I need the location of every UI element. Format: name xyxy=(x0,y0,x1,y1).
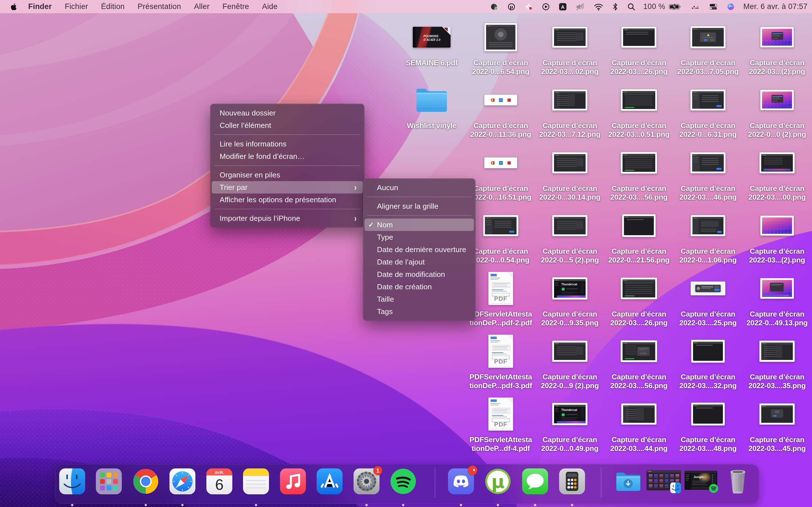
dock-utorrent[interactable]: µ xyxy=(485,468,511,496)
battery-monitor-status-icon[interactable] xyxy=(490,0,499,13)
menu-item-taille[interactable]: Taille xyxy=(364,293,474,305)
menu-item-label: Tags xyxy=(377,307,468,316)
menu-item-date-de-derni-re-ouverture[interactable]: Date de dernière ouverture xyxy=(364,243,474,256)
dock-spotify[interactable] xyxy=(390,468,417,496)
menu-item-nouveau-dossier[interactable]: Nouveau dossier xyxy=(212,107,363,119)
dock-chrome[interactable] xyxy=(132,468,159,496)
menu-item-importer-depuis-l-iphone[interactable]: Importer depuis l’iPhone› xyxy=(212,212,363,224)
volume-muted-status-icon[interactable] xyxy=(575,0,585,13)
desktop-icon[interactable]: POUMONS D’ACIER 2.0 SEMAINE 6.pdf xyxy=(397,20,466,67)
desktop-icon-label: Capture d’écran2022-0...30.14.png xyxy=(539,184,600,202)
menu-item-modifier-le-fond-d-cran[interactable]: Modifier le fond d’écran… xyxy=(212,150,363,163)
menu-item-aligner-sur-la-grille[interactable]: Aligner sur la grille xyxy=(364,200,474,212)
desktop-icon[interactable]: Capture d’écran2022-0...30.14.png xyxy=(536,145,604,202)
battery-charging-icon[interactable] xyxy=(669,0,682,13)
desktop-icon[interactable]: Capture d’écran2022-03....35.png xyxy=(743,334,811,390)
dock-calculator[interactable] xyxy=(559,468,586,496)
dock-finder[interactable] xyxy=(59,468,86,496)
siri-status-icon[interactable] xyxy=(726,0,735,13)
wifi-status-icon[interactable] xyxy=(594,0,603,13)
menu-item-lire-les-informations[interactable]: Lire les informations xyxy=(212,138,363,150)
desktop-icon[interactable]: Capture d’écran2022-03....46.png xyxy=(673,145,742,202)
dock-safari[interactable] xyxy=(169,468,196,496)
apple-logo-icon[interactable] xyxy=(11,3,18,11)
desktop-icon[interactable]: Capture d’écran2022-03...7.05.png xyxy=(673,20,742,76)
desktop-icon[interactable]: PDF PDFServletAttestationDeP...pdf-2.pdf xyxy=(466,271,535,327)
desktop-icon[interactable]: Capture d’écran2022-03...7.12.png xyxy=(536,82,604,139)
desktop-icon[interactable]: PDF PDFServletAttestationDeP...pdf-3.pdf xyxy=(466,334,535,390)
utorrent-status-icon[interactable]: µ xyxy=(507,0,516,13)
menubar-item-aide[interactable]: Aide xyxy=(262,2,278,11)
desktop-icon[interactable]: Capture d’écran2022-03....02.png xyxy=(536,20,604,76)
control-center-status-icon[interactable] xyxy=(709,0,718,13)
desktop-icon[interactable]: Capture d’écran2022-0...21.56.png xyxy=(605,208,673,265)
dock-downloads-folder[interactable] xyxy=(614,468,641,496)
desktop-icon[interactable]: Capture d’écran2022-03....48.png xyxy=(673,397,742,453)
dock-trash[interactable] xyxy=(724,468,751,496)
desktop-icon[interactable]: PDF PDFServletAttestationDeP...df-4.pdf xyxy=(466,397,535,453)
desktop-icon[interactable]: Capture d’écran2022-0...0.54.png xyxy=(466,208,535,265)
desktop-icon[interactable]: Capture d’écran2022-03....56.png xyxy=(605,145,673,202)
menu-item-trier-par[interactable]: Trier par› xyxy=(212,181,363,193)
desktop-icon[interactable]: Capture d’écran2022-03....00.png xyxy=(743,145,811,202)
menu-item-date-de-l-ajout[interactable]: Date de l’ajout xyxy=(364,256,474,268)
desktop-icon[interactable]: Capture d’écran2022-03....26.png xyxy=(605,20,673,76)
menubar-item-fenetre[interactable]: Fenêtre xyxy=(222,2,249,11)
desktop-icon[interactable]: Thundercat Capture d’écran2022-0...9.35.… xyxy=(536,271,604,327)
dock-minimized-finder-window[interactable] xyxy=(646,468,683,496)
desktop-icon[interactable]: Wishlist vinyle xyxy=(397,82,466,130)
menu-item-organiser-en-piles[interactable]: Organiser en piles xyxy=(212,169,363,181)
spotlight-search-status-icon[interactable] xyxy=(627,0,636,13)
dock-calendar[interactable]: AVR. 6 xyxy=(206,468,233,496)
desktop-icon[interactable]: Capture d’écran2022-0...11.36.png xyxy=(466,82,535,139)
desktop-icon[interactable]: Capture d’écran2022-0...1.06.png xyxy=(673,208,742,265)
menu-item-date-de-modification[interactable]: Date de modification xyxy=(364,268,474,281)
menubar-clock[interactable]: Mer. 6 avr. à 07:57 xyxy=(744,2,808,11)
dock-app-store[interactable] xyxy=(316,468,343,496)
menu-item-afficher-les-options-de-pr-sentation[interactable]: Afficher les options de présentation xyxy=(212,193,363,206)
dock-notes[interactable] xyxy=(243,468,269,496)
desktop-icon[interactable]: Capture d’écran2022-03...(2).png xyxy=(743,20,811,76)
bluetooth-status-icon[interactable] xyxy=(612,0,618,13)
desktop-icon[interactable]: Capture d’écran2022-03....25.png xyxy=(673,271,742,327)
desktop-icon[interactable]: Capture d’écran2022-0...16.51.png xyxy=(466,145,535,202)
menu-item-nom[interactable]: ✓Nom xyxy=(364,219,474,231)
desktop-icon[interactable]: Capture d’écran2022-0...6.31.png xyxy=(673,82,742,139)
menubar-item-fichier[interactable]: Fichier xyxy=(65,2,88,11)
desktop-icon[interactable]: Capture d’écran2022-0...49.13.png xyxy=(743,271,811,327)
dock-music[interactable] xyxy=(280,468,306,496)
dock-launchpad[interactable] xyxy=(95,468,122,496)
desktop-icon[interactable]: Capture d’écran2022-0...9 (2).png xyxy=(536,334,604,390)
dock-discord[interactable] xyxy=(448,468,474,496)
menu-item-date-de-cr-ation[interactable]: Date de création xyxy=(364,281,474,293)
dock-minimized-spotify-window[interactable]: Jungle xyxy=(683,468,721,496)
desktop-icon[interactable]: Capture d’écran2022-03....45.png xyxy=(743,397,811,453)
desktop-icon[interactable]: Capture d’écran2022-0...0 (2).png xyxy=(743,82,811,139)
play-circle-status-icon[interactable] xyxy=(542,0,550,13)
desktop-icon[interactable]: Capture d’écran2022-03...(2).png xyxy=(743,208,811,265)
dock-system-preferences[interactable]: 1 xyxy=(353,468,380,496)
input-source-status-icon[interactable]: A xyxy=(559,0,567,13)
diamond-status-icon[interactable] xyxy=(524,0,533,13)
menubar-item-aller[interactable]: Aller xyxy=(194,2,209,11)
desktop-icon[interactable]: Capture d’écran2022-03...0.51.png xyxy=(605,82,673,139)
dock-messages[interactable] xyxy=(522,468,549,496)
menubar-item-presentation[interactable]: Présentation xyxy=(138,2,181,11)
desktop-icon[interactable]: Capture d’écran2022-03....56.png xyxy=(605,334,673,390)
menubar-app-name[interactable]: Finder xyxy=(28,2,52,11)
desktop-icon[interactable]: Capture d’écran2022-0...6.54.png xyxy=(466,20,535,76)
menubar-item-edition[interactable]: Édition xyxy=(101,2,124,11)
running-indicator-dot xyxy=(255,504,257,506)
desktop-icon-label: Capture d’écran2022-03....00.png xyxy=(748,184,806,202)
menu-item-type[interactable]: Type xyxy=(364,231,474,243)
menu-item-coller-l-l-ment[interactable]: Coller l’élément xyxy=(212,119,363,131)
app-dots-status-icon[interactable] xyxy=(691,0,700,13)
desktop-icon[interactable]: Capture d’écran2022-0...5 (2).png xyxy=(536,208,604,265)
menu-item-tags[interactable]: Tags xyxy=(364,305,474,318)
desktop-icon[interactable]: Capture d’écran2022-03....32.png xyxy=(673,334,742,390)
menu-item-aucun[interactable]: Aucun xyxy=(364,181,474,194)
desktop-icon[interactable]: Capture d’écran2022-03....44.png xyxy=(605,397,673,453)
notification-badge: 1 xyxy=(373,466,382,475)
desktop-icon[interactable]: Capture d’écran2022-03....26.png xyxy=(605,271,673,327)
desktop-icon[interactable]: Thundercat Capture d’écran2022-0...0.49.… xyxy=(536,397,604,453)
